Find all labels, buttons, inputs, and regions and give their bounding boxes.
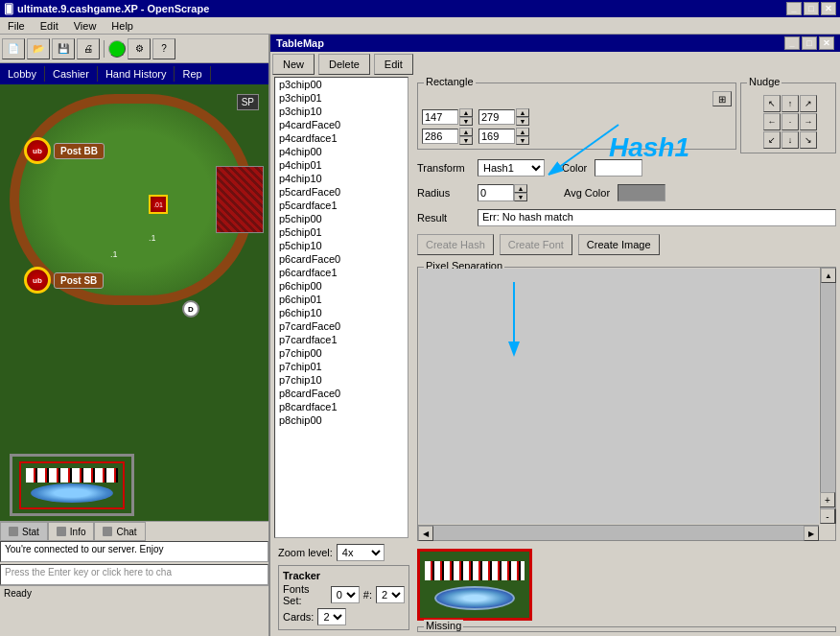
nav-lobby[interactable]: Lobby [0,66,45,82]
tm-minimize[interactable]: _ [784,36,800,50]
create-image-button[interactable]: Create Image [578,234,660,255]
nudge-down-right[interactable]: ↘ [800,131,817,149]
menu-file[interactable]: File [4,19,29,33]
list-item[interactable]: p5chip00 [275,212,408,225]
transform-row: Transform Hash1 Hash2 None Color Plainte… [417,157,836,178]
list-item[interactable]: p6chip10 [275,306,408,319]
rect-y-input[interactable] [478,109,515,125]
zoom-minus-btn[interactable]: - [820,508,835,524]
radius-up[interactable]: ▲ [514,184,527,193]
settings-button[interactable]: ⚙ [128,38,151,59]
result-field: Err: No hash match [478,209,836,226]
vscrollbar[interactable]: ▲ ▼ [820,268,835,524]
nudge-up-right[interactable]: ↗ [800,95,817,112]
app-title-bar: 🂠 ultimate.9.cashgame.XP - OpenScrape _ … [0,0,840,17]
menu-edit[interactable]: Edit [36,19,62,33]
nudge-center[interactable]: · [782,113,799,130]
rect-y-down[interactable]: ▼ [516,117,529,126]
radius-input[interactable] [478,184,514,201]
list-item[interactable]: p7cardFace0 [275,319,408,333]
rect-x-down[interactable]: ▼ [459,117,473,126]
rect-w-up[interactable]: ▲ [459,128,473,136]
list-item[interactable]: p5chip10 [275,239,408,252]
nudge-right[interactable]: → [800,113,817,130]
nudge-up-left[interactable]: ↖ [763,95,781,112]
list-item[interactable]: p5cardFace0 [275,185,408,199]
list-item[interactable]: p4cardFace0 [275,118,408,131]
cards-select[interactable]: 21 [317,608,346,625]
list-item[interactable]: p6chip00 [275,279,408,293]
close-button[interactable]: ✕ [821,2,836,15]
list-item[interactable]: p4cardface1 [275,131,408,145]
new-button[interactable]: 📄 [2,38,25,59]
maximize-button[interactable]: □ [804,2,819,15]
hscrollbar[interactable]: ◀ ▶ [418,525,819,540]
scroll-up-btn[interactable]: ▲ [821,268,836,283]
scroll-right-btn[interactable]: ▶ [804,526,819,541]
scroll-left-btn[interactable]: ◀ [418,526,433,541]
open-button[interactable]: 📂 [27,38,50,59]
item-list[interactable]: p3chip00 p3chip01 p3chip10 p4cardFace0 p… [274,77,408,538]
nav-hand-history[interactable]: Hand History [98,66,175,82]
rect-x-up[interactable]: ▲ [459,108,473,117]
rect-h-input[interactable] [478,129,515,144]
list-item[interactable]: p7chip01 [275,360,408,373]
list-item[interactable]: p7cardface1 [275,333,408,346]
nudge-left[interactable]: ← [763,113,781,130]
copy-button[interactable]: ⊞ [712,91,732,106]
list-item[interactable]: p8cardFace0 [275,387,408,400]
list-item[interactable]: p6cardFace0 [275,252,408,266]
rect-w-down[interactable]: ▼ [459,136,473,145]
list-item[interactable]: p4chip10 [275,172,408,185]
hash-select[interactable]: 21 [376,586,405,603]
tab-chat[interactable]: Chat [94,522,145,541]
list-item[interactable]: p3chip10 [275,105,408,118]
list-item[interactable]: p3chip01 [275,91,408,105]
chat-input[interactable]: Press the Enter key or click here to cha [0,564,268,585]
zoom-plus-btn[interactable]: + [820,492,835,507]
rect-h-up[interactable]: ▲ [516,128,529,136]
radius-down[interactable]: ▼ [514,193,527,201]
list-item[interactable]: p6chip01 [275,293,408,306]
tm-close[interactable]: ✕ [819,36,834,50]
list-item[interactable]: p4chip00 [275,145,408,158]
green-circle[interactable] [108,40,126,58]
list-item[interactable]: p7chip00 [275,346,408,360]
delete-button[interactable]: Delete [318,54,370,75]
zoom-select[interactable]: 1x 2x 4x 8x [337,544,385,561]
list-item[interactable]: p5cardface1 [275,199,408,212]
list-item[interactable]: p6cardface1 [275,266,408,279]
nudge-down-left[interactable]: ↙ [763,131,781,149]
color-swatch[interactable] [595,159,642,177]
print-button[interactable]: 🖨 [77,38,100,59]
rect-h-down[interactable]: ▼ [516,136,529,145]
rect-x-input[interactable] [422,109,458,125]
list-item[interactable]: p8cardface1 [275,400,408,413]
minimize-button[interactable]: _ [786,2,802,15]
tab-info[interactable]: Info [48,522,95,541]
save-button[interactable]: 💾 [52,38,75,59]
menu-help[interactable]: Help [107,19,137,33]
rect-y-up[interactable]: ▲ [516,108,529,117]
new-button[interactable]: New [272,54,315,75]
menu-view[interactable]: View [70,19,101,33]
radius-row: Radius ▲ ▼ Avg Color [417,182,836,203]
nav-cashier[interactable]: Cashier [45,66,98,82]
nav-rep[interactable]: Rep [175,66,210,82]
tm-maximize[interactable]: □ [802,36,817,50]
nudge-up[interactable]: ↑ [782,95,799,112]
tab-stat[interactable]: Stat [0,522,48,541]
list-item[interactable]: p3chip00 [275,78,408,91]
list-item[interactable]: p4chip01 [275,158,408,172]
nudge-down[interactable]: ↓ [782,131,799,149]
list-item[interactable]: p5chip01 [275,225,408,239]
transform-select[interactable]: Hash1 Hash2 None Color Plaintext [478,159,545,177]
help-button[interactable]: ? [152,38,175,59]
create-font-button[interactable]: Create Font [500,234,572,255]
edit-button[interactable]: Edit [374,54,413,75]
create-hash-button[interactable]: Create Hash [417,234,494,255]
list-item[interactable]: p8chip00 [275,413,408,427]
fonts-set-select[interactable]: 01 [331,586,360,603]
rect-w-input[interactable] [422,129,458,144]
list-item[interactable]: p7chip10 [275,373,408,387]
